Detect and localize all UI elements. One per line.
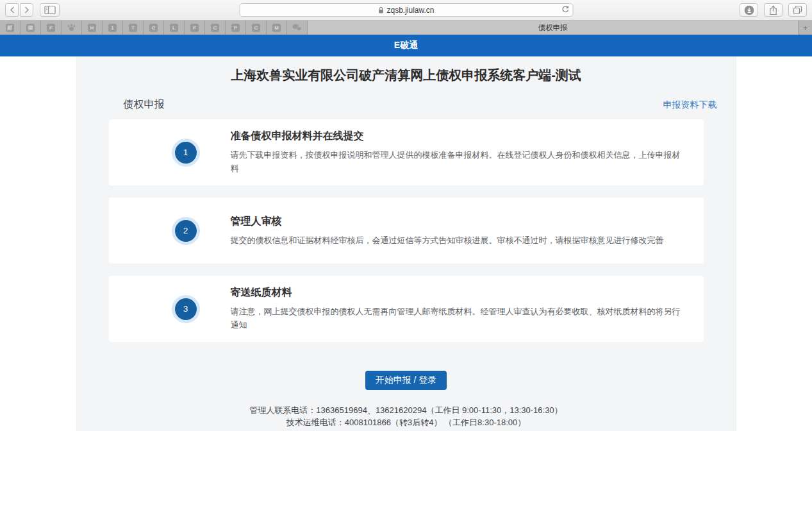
one-favicon: 1: [108, 24, 117, 32]
pinned-tab-t[interactable]: T: [123, 21, 144, 35]
pinned-tab-law[interactable]: 律: [21, 21, 41, 35]
main-container: 上海欢兽实业有限公司破产清算网上债权申报系统客户端-测试 债权申报 申报资料下载…: [76, 56, 736, 431]
wechat-favicon: [292, 24, 302, 31]
step-title: 寄送纸质材料: [231, 286, 686, 300]
pinned-tab-g[interactable]: G: [144, 21, 164, 35]
pinned-tab-mail[interactable]: 邮: [0, 21, 21, 35]
pinned-tab-paw[interactable]: [62, 21, 82, 35]
back-button[interactable]: [5, 3, 19, 17]
pinned-tab-l[interactable]: L: [164, 21, 185, 35]
toolbar-right-buttons: [740, 3, 807, 17]
law-favicon: 律: [26, 24, 35, 32]
tab-overview-button[interactable]: [788, 3, 807, 17]
pinned-tab-1[interactable]: 1: [103, 21, 123, 35]
pinned-tab-wechat[interactable]: [287, 21, 308, 35]
tab-bar: 邮 律 F H 1 T G L F C P C M: [0, 21, 812, 35]
active-tab-title: 债权申报: [538, 23, 568, 33]
step-description: 请先下载申报资料，按债权申报说明和管理人提供的模板准备申报材料。在线登记债权人身…: [231, 148, 686, 175]
step-card-3: 3 寄送纸质材料 请注意，网上提交债权申报的债权人无需再向管理人邮寄纸质材料。经…: [109, 276, 704, 342]
mail-favicon: 邮: [6, 24, 14, 32]
section-header-row: 债权申报 申报资料下载: [124, 98, 717, 112]
step-description: 提交的债权信息和证据材料经审核后，会通过短信等方式告知审核进展。审核不通过时，请…: [231, 233, 664, 247]
contact-footer: 管理人联系电话：13636519694、13621620294（工作日 9:00…: [76, 404, 736, 428]
pinned-tab-m[interactable]: M: [267, 21, 287, 35]
step-card-1: 1 准备债权申报材料并在线提交 请先下载申报资料，按债权申报说明和管理人提供的模…: [109, 119, 704, 185]
chevron-right-icon: [24, 6, 29, 13]
new-tab-button[interactable]: +: [799, 21, 812, 35]
page-title: 上海欢兽实业有限公司破产清算网上债权申报系统客户端-测试: [76, 67, 736, 84]
f2-favicon: F: [190, 24, 199, 32]
page-content: 上海欢兽实业有限公司破产清算网上债权申报系统客户端-测试 债权申报 申报资料下载…: [0, 56, 812, 508]
step-number-badge: 3: [175, 298, 197, 320]
reload-icon[interactable]: [561, 5, 569, 15]
site-brand: E破通: [394, 40, 418, 51]
pinned-tab-f2[interactable]: F: [185, 21, 205, 35]
pinned-tab-f[interactable]: F: [41, 21, 62, 35]
pinned-tab-c2[interactable]: C: [246, 21, 267, 35]
lock-icon: [377, 6, 384, 14]
downloads-button[interactable]: [740, 3, 758, 17]
p-favicon: P: [231, 24, 240, 32]
t-favicon: T: [129, 24, 137, 32]
c-favicon: C: [211, 24, 219, 32]
step-description: 请注意，网上提交债权申报的债权人无需再向管理人邮寄纸质材料。经管理人审查认为有必…: [231, 305, 686, 332]
g-favicon: G: [149, 24, 158, 32]
share-icon: [769, 5, 777, 15]
site-header: E破通: [0, 35, 812, 56]
browser-toolbar: zqsb.jiulaw.cn: [0, 0, 812, 21]
pinned-tab-h[interactable]: H: [82, 21, 103, 35]
step-title: 准备债权申报材料并在线提交: [231, 130, 686, 143]
step-card-2: 2 管理人审核 提交的债权信息和证据材料经审核后，会通过短信等方式告知审核进展。…: [109, 198, 704, 264]
tech-phone-line: 技术运维电话：4008101866（转3后转4） （工作日8:30-18:00）: [76, 416, 736, 428]
h-favicon: H: [88, 24, 96, 32]
sidebar-icon: [44, 5, 56, 15]
plus-icon: +: [803, 23, 808, 33]
m-favicon: M: [272, 24, 281, 32]
c2-favicon: C: [252, 24, 260, 32]
start-declare-login-button[interactable]: 开始申报 / 登录: [365, 371, 447, 390]
l-favicon: L: [170, 24, 178, 32]
pinned-tab-c[interactable]: C: [205, 21, 226, 35]
download-materials-link[interactable]: 申报资料下载: [663, 99, 717, 111]
tabs-icon: [793, 5, 802, 15]
address-bar[interactable]: zqsb.jiulaw.cn: [239, 3, 573, 17]
paw-favicon: [67, 24, 76, 31]
step-number-badge: 1: [175, 142, 197, 164]
url-text: zqsb.jiulaw.cn: [386, 6, 434, 15]
nav-buttons: [5, 3, 33, 17]
sidebar-toggle-button[interactable]: [40, 3, 60, 17]
forward-button[interactable]: [20, 3, 33, 17]
share-button[interactable]: [764, 3, 783, 17]
chevron-left-icon: [10, 6, 15, 13]
admin-phone-line: 管理人联系电话：13636519694、13621620294（工作日 9:00…: [76, 404, 736, 416]
f-favicon: F: [47, 24, 55, 32]
step-title: 管理人审核: [231, 215, 664, 228]
section-title: 债权申报: [124, 98, 165, 112]
step-number-badge: 2: [175, 220, 197, 242]
pinned-tab-p[interactable]: P: [226, 21, 246, 35]
active-tab[interactable]: 债权申报: [308, 21, 799, 35]
download-icon: [744, 5, 754, 15]
browser-window: zqsb.jiulaw.cn: [0, 0, 812, 508]
